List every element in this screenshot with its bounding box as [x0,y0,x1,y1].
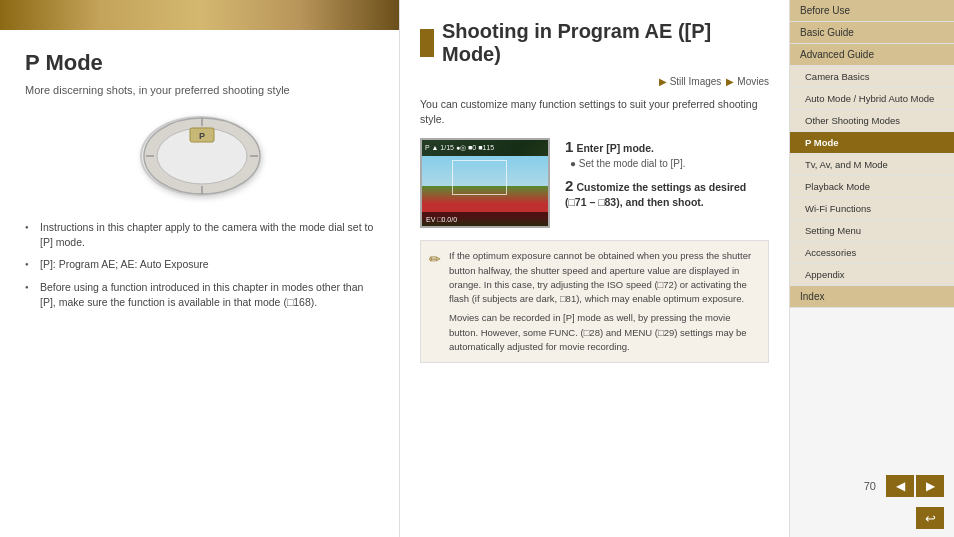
intro-text: You can customize many function settings… [420,97,769,126]
preview-bottom-bar: EV □0.0/0 [422,212,548,226]
camera-preview: P ▲ 1/15 ●◎ ■0 ■115 EV □0.0/0 [420,138,550,228]
steps-content: 1 Enter [P] mode. ● Set the mode dial to… [565,138,769,228]
section-title: Shooting in Program AE ([P] Mode) [442,20,769,66]
breadcrumb-movies: ▶ Movies [726,76,769,87]
page-number: 70 [864,480,876,492]
sidebar-item-4[interactable]: Auto Mode / Hybrid Auto Mode [790,88,954,110]
step-1: 1 Enter [P] mode. ● Set the mode dial to… [565,138,769,169]
sidebar-item-11[interactable]: Accessories [790,242,954,264]
left-content: P Mode More discerning shots, in your pr… [0,30,399,537]
note-2: Movies can be recorded in [P] mode as we… [449,311,758,354]
breadcrumb-movies-label: Movies [737,76,769,87]
note-1: If the optimum exposure cannot be obtain… [449,249,758,306]
right-sidebar: Before UseBasic GuideAdvanced GuideCamer… [790,0,954,537]
preview-bottom-info: EV □0.0/0 [426,216,457,223]
back-button[interactable]: ↩ [916,507,944,529]
mode-dial: P [140,116,260,196]
sidebar-item-5[interactable]: Other Shooting Modes [790,110,954,132]
breadcrumb-arrow-2: ▶ [726,76,734,87]
bullet-item-1: Instructions in this chapter apply to th… [25,216,374,253]
left-panel: P Mode More discerning shots, in your pr… [0,0,400,537]
content-row: P ▲ 1/15 ●◎ ■0 ■115 EV □0.0/0 1 Enter [P… [420,138,769,228]
preview-info: P ▲ 1/15 ●◎ ■0 ■115 [425,144,494,152]
sidebar-item-1[interactable]: Basic Guide [790,22,954,44]
bullet-item-2: [P]: Program AE; AE: Auto Exposure [25,253,374,276]
note-box: ✏ If the optimum exposure cannot be obta… [420,240,769,363]
svg-text:P: P [198,131,204,141]
breadcrumb-still: ▶ Still Images [659,76,722,87]
back-row: ↩ [790,505,954,537]
breadcrumb-arrow-1: ▶ [659,76,667,87]
preview-focus-frame [452,160,507,195]
sidebar-item-9[interactable]: Wi-Fi Functions [790,198,954,220]
sidebar-item-12[interactable]: Appendix [790,264,954,286]
next-page-button[interactable]: ▶ [916,475,944,497]
sidebar-item-0[interactable]: Before Use [790,0,954,22]
bullet-item-3: Before using a function introduced in th… [25,276,374,313]
top-decorative-bar [0,0,399,30]
bullet-list: Instructions in this chapter apply to th… [25,216,374,313]
step-2-text: Customize the settings as desired (□71 –… [565,181,746,208]
step-1-title: Enter [P] mode. [576,142,654,154]
section-header: Shooting in Program AE ([P] Mode) [420,20,769,66]
sidebar-item-7[interactable]: Tv, Av, and M Mode [790,154,954,176]
step-1-number: 1 [565,138,573,155]
step-1-sub: ● Set the mode dial to [P]. [565,158,769,169]
nav-row: 70 ◀ ▶ [790,467,954,505]
main-content: Shooting in Program AE ([P] Mode) ▶ Stil… [400,0,790,537]
section-header-bar [420,29,434,57]
preview-top-bar: P ▲ 1/15 ●◎ ■0 ■115 [422,140,548,156]
page-subtitle: More discerning shots, in your preferred… [25,84,374,96]
step-2: 2 Customize the settings as desired (□71… [565,177,769,209]
breadcrumb: ▶ Still Images ▶ Movies [420,76,769,87]
sidebar-item-10[interactable]: Setting Menu [790,220,954,242]
note-content: If the optimum exposure cannot be obtain… [431,249,758,354]
step-1-text: Enter [P] mode. [576,142,654,154]
note-icon: ✏ [429,249,441,270]
back-icon: ↩ [925,511,936,526]
sidebar-item-2[interactable]: Advanced Guide [790,44,954,66]
breadcrumb-still-label: Still Images [670,76,722,87]
sidebar-item-3[interactable]: Camera Basics [790,66,954,88]
sidebar-item-6[interactable]: P Mode [790,132,954,154]
page-title: P Mode [25,50,374,76]
step-2-title: Customize the settings as desired (□71 –… [565,181,746,208]
sidebar-item-13[interactable]: Index [790,286,954,308]
prev-page-button[interactable]: ◀ [886,475,914,497]
step-2-number: 2 [565,177,573,194]
sidebar-items-container: Before UseBasic GuideAdvanced GuideCamer… [790,0,954,308]
mode-dial-container: P [25,116,374,196]
sidebar-item-8[interactable]: Playback Mode [790,176,954,198]
